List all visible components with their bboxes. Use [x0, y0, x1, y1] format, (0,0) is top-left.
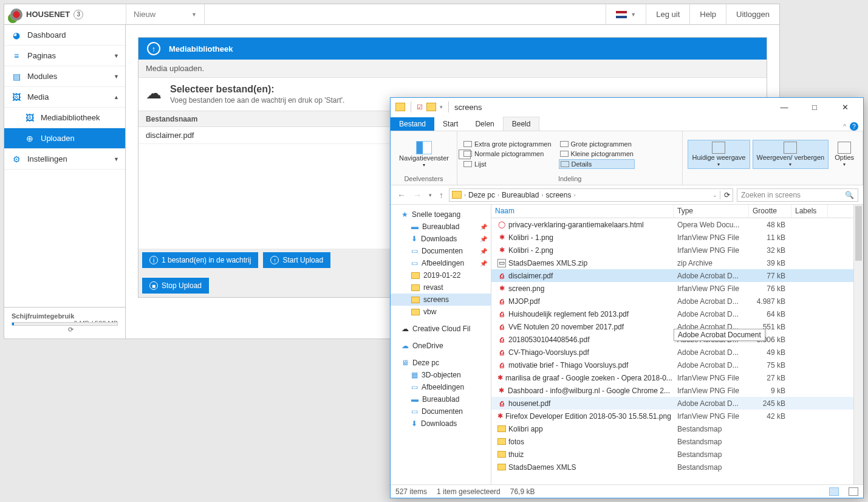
explorer-titlebar[interactable]: ☑ ▾ screens — □ ✕ [391, 98, 863, 116]
minimize-button[interactable]: — [771, 98, 798, 116]
refresh-icon[interactable]: ⟳ [68, 326, 73, 334]
file-row[interactable]: thuizBestandsmap [491, 448, 853, 461]
search-input[interactable]: Zoeken in screens 🔍 [737, 188, 858, 202]
options-button[interactable]: Opties▾ [831, 140, 858, 169]
tree-item[interactable]: revast [391, 281, 491, 294]
tree-item[interactable]: ⬇Downloads [391, 418, 491, 430]
view-normal[interactable]: Normale pictogrammen [462, 150, 553, 158]
col-labels[interactable]: Labels [791, 205, 828, 218]
scrollbar-thumb[interactable] [855, 206, 862, 261]
file-row[interactable]: fotosBestandsmap [491, 435, 853, 448]
tree-item[interactable]: ▭Documenten [391, 405, 491, 418]
sidebar-item-paginas[interactable]: ≡Paginas▼ [4, 46, 125, 66]
view-details[interactable]: Details [559, 159, 635, 169]
file-row[interactable]: StadsDaemes XMLSBestandsmap [491, 461, 853, 473]
tab-bestand[interactable]: Bestand [391, 117, 434, 131]
tree-item[interactable]: ☁Creative Cloud Fil [391, 323, 491, 335]
refresh-icon[interactable]: ⟳ [720, 191, 730, 199]
tree-item[interactable]: ▬Bureaublad [391, 393, 491, 405]
file-row[interactable]: ✱Kolibri - 1.pngIrfanView PNG File11 kB [491, 231, 853, 244]
chevron-down-icon: ▼ [191, 12, 197, 18]
sidebar-icon: ▤ [12, 72, 21, 81]
file-row[interactable]: ⎙20180530104408546.pdfAdobe Acrobat D...… [491, 333, 853, 346]
col-type[interactable]: Type [674, 205, 749, 218]
sidebar-item-mediabibliotheek[interactable]: 🖼Mediabibliotheek [4, 108, 125, 128]
breadcrumb-segment[interactable]: Deze pc [468, 191, 495, 199]
file-row[interactable]: ⎙Huishoudelijk reglement feb 2013.pdfAdo… [491, 308, 853, 320]
tree-item[interactable]: ★Snelle toegang [391, 208, 491, 221]
tab-beeld[interactable]: Beeld [503, 117, 540, 131]
tree-item[interactable]: ⬇Downloads📌 [391, 233, 491, 245]
view-list[interactable]: Lijst [462, 159, 553, 169]
scrollbar[interactable] [853, 205, 863, 484]
explorer-file-list: Naam Type Grootte Labels ◯privacy-verkla… [491, 205, 863, 484]
breadcrumb-segment[interactable]: Bureaublad [502, 191, 539, 199]
info-icon: i [149, 256, 158, 264]
file-row[interactable]: ▭StadsDaemes XMLS.zipzip Archive39 kB [491, 256, 853, 269]
sidebar-item-instellingen[interactable]: ⚙Instellingen▼ [4, 149, 125, 170]
tree-item[interactable]: ▭Afbeeldingen [391, 381, 491, 393]
tree-item[interactable]: ▭Afbeeldingen📌 [391, 257, 491, 269]
sidebar-item-modules[interactable]: ▤Modules▼ [4, 66, 125, 87]
tree-item[interactable]: 2019-01-22 [391, 269, 491, 281]
current-view-button[interactable]: Huidige weergave▾ [688, 140, 750, 170]
file-row[interactable]: ◯privacy-verklaring-garantiemakelaars.ht… [491, 218, 853, 231]
file-row[interactable]: ⎙disclaimer.pdfAdobe Acrobat D...77 kB [491, 269, 853, 282]
file-row[interactable]: ⎙MJOP.pdfAdobe Acrobat D...4.987 kB [491, 295, 853, 308]
quick-toggle-icon[interactable]: ☑ [417, 103, 423, 111]
nav-forward-button[interactable]: → [411, 190, 423, 200]
breadcrumb[interactable]: › Deze pc› Bureaublad› screens› ⌄ ⟳ [449, 188, 733, 202]
file-row[interactable]: ✱marilisa de graaf - Google zoeken - Ope… [491, 371, 853, 384]
file-row[interactable]: ⎙housenet.pdfAdobe Acrobat D...245 kB [491, 397, 853, 410]
tab-start[interactable]: Start [434, 117, 466, 131]
view-thumbs-icon[interactable] [849, 487, 858, 496]
breadcrumb-segment[interactable]: screens [545, 191, 571, 199]
file-row[interactable]: ✱screen.pngIrfanView PNG File76 kB [491, 282, 853, 295]
maximize-button[interactable]: □ [801, 98, 828, 116]
app-header: HOUSENET 3 Nieuw ▼ ▼ Leg uit Help Uitlog… [4, 4, 779, 25]
file-row[interactable]: ✱Dashboard - info@wilburg.nl - Google Ch… [491, 384, 853, 397]
tab-delen[interactable]: Delen [466, 117, 502, 131]
file-row[interactable]: ⎙CV-Thiago-Voorsluys.pdfAdobe Acrobat D.… [491, 346, 853, 359]
show-hide-button[interactable]: Weergeven/ verbergen▾ [753, 140, 829, 170]
view-extra-large[interactable]: Extra grote pictogrammen [462, 140, 553, 148]
queue-count-button[interactable]: i1 bestand(en) in de wachtrij [142, 252, 258, 268]
tree-item[interactable]: ▬Bureaublad📌 [391, 221, 491, 233]
file-pdf-icon: ⎙ [497, 297, 506, 306]
col-size[interactable]: Grootte [749, 205, 791, 218]
sidebar-item-dashboard[interactable]: ◕Dashboard [4, 25, 125, 46]
tree-item[interactable]: ▭Documenten📌 [391, 245, 491, 257]
tree-item[interactable]: ▦3D-objecten [391, 369, 491, 381]
file-type: IrfanView PNG File [674, 246, 747, 255]
start-upload-button[interactable]: ↑Start Upload [263, 252, 330, 268]
stop-upload-button[interactable]: ■Stop Upload [142, 278, 209, 294]
file-row[interactable]: Kolibri appBestandsmap [491, 422, 853, 435]
leg-uit-button[interactable]: Leg uit [646, 4, 689, 24]
nav-recent-button[interactable]: ▾ [427, 192, 434, 198]
sidebar-item-media[interactable]: 🖼Media▲ [4, 87, 125, 108]
col-name[interactable]: Naam [491, 205, 674, 218]
breadcrumb-dropdown-icon[interactable]: ⌄ [713, 192, 717, 198]
tree-item[interactable]: ☁OneDrive [391, 340, 491, 352]
help-icon[interactable]: ? [850, 122, 858, 131]
logout-button[interactable]: Uitloggen [726, 4, 779, 24]
nav-pane-button[interactable]: Navigatievenster ▾ [395, 140, 453, 170]
language-button[interactable]: ▼ [606, 4, 646, 24]
file-row[interactable]: ⎙motivatie brief - Thiago Voorsluys.pdfA… [491, 359, 853, 371]
view-small[interactable]: Kleine pictogrammen [559, 150, 635, 158]
view-details-icon[interactable] [829, 487, 839, 496]
close-button[interactable]: ✕ [832, 98, 858, 116]
chevron-up-icon[interactable]: ^ [843, 123, 846, 130]
view-large[interactable]: Grote pictogrammen [559, 140, 635, 148]
new-dropdown[interactable]: Nieuw ▼ [126, 4, 205, 24]
tree-item[interactable]: screens [391, 294, 491, 306]
tree-item[interactable]: 🖥Deze pc [391, 357, 491, 369]
nav-back-button[interactable]: ← [395, 190, 408, 200]
nav-up-button[interactable]: ↑ [437, 190, 445, 200]
help-button[interactable]: Help [689, 4, 726, 24]
tree-item[interactable]: vbw [391, 306, 491, 318]
file-row[interactable]: ✱Firefox Developer Edition 2018-05-30 15… [491, 410, 853, 422]
file-row[interactable]: ✱Kolibri - 2.pngIrfanView PNG File32 kB [491, 244, 853, 256]
file-row[interactable]: ⎙VvE Notulen 20 november 2017.pdfAdobe A… [491, 320, 853, 333]
sidebar-item-uploaden[interactable]: ⊕Uploaden [4, 128, 125, 149]
